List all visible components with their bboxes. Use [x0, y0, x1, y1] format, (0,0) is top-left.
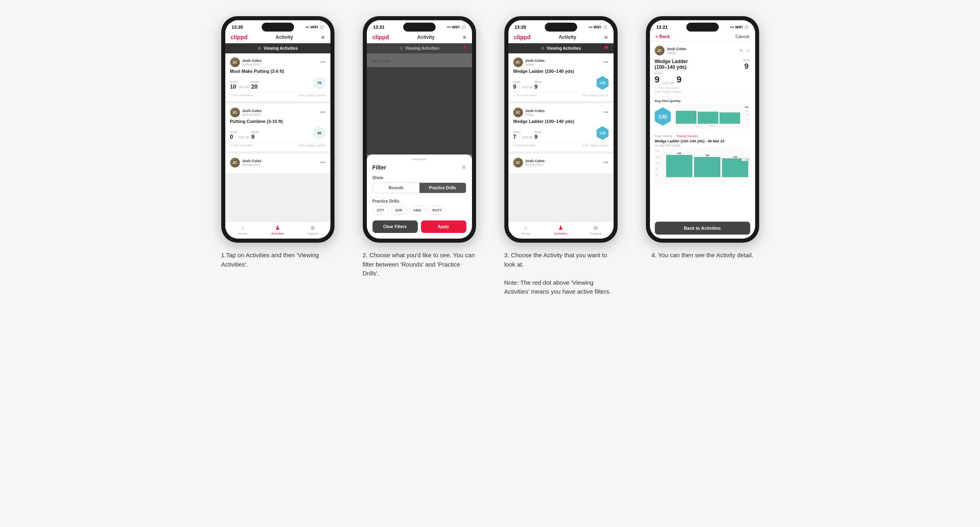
filter-dimmed-top: ⚙ Viewing Activities Josh Coles	[367, 43, 472, 155]
shots-val-1-1: 20	[251, 83, 258, 90]
card-user-info: JC Josh Coles 28 Feb 2023	[230, 57, 262, 67]
wifi-icon-3: WiFi	[594, 25, 601, 29]
avg-sq-hexagon: 130	[655, 107, 671, 126]
card-name-1-3: Josh Coles	[242, 159, 262, 163]
card-name-3-3: Josh Coles	[525, 159, 545, 163]
close-filter-button[interactable]: ✕	[461, 164, 466, 171]
footer-right-3-2: Data: Clippd Capture	[582, 144, 608, 147]
avatar-4: JC	[655, 46, 665, 55]
wifi-icon-4: WiFi	[735, 25, 743, 29]
score-label-3-2: Score	[513, 131, 521, 133]
nav-title-1: Activity	[275, 34, 293, 40]
activity-card-1-2[interactable]: JC Josh Coles 28 Feb 2023 ••• Putting Co…	[225, 104, 330, 151]
nav-activities-3[interactable]: ♟ Activities	[543, 224, 578, 235]
battery-icon-3: ⬜	[603, 25, 607, 29]
chip-putt[interactable]: PUTT	[428, 206, 447, 215]
filter-tabs: Rounds Practice Drills	[373, 182, 466, 193]
nav-home-1[interactable]: ⌂ Home	[225, 224, 260, 235]
nav-activities-1[interactable]: ♟ Activities	[260, 224, 295, 235]
more-icon-3-3[interactable]: •••	[603, 160, 609, 165]
expand-icon[interactable]: ⤢	[746, 48, 750, 53]
drill-chips: OTT APP ARG PUTT	[373, 206, 466, 215]
activities-icon-1: ♟	[275, 224, 280, 231]
detail-score-label: Score	[655, 72, 682, 74]
cancel-button[interactable]: Cancel	[735, 34, 749, 39]
more-icon-3-1[interactable]: •••	[603, 59, 609, 65]
avatar-1-1: JC	[230, 57, 240, 67]
capture-label-3: Capture	[590, 232, 601, 235]
clear-filters-button[interactable]: Clear Filters	[373, 220, 418, 233]
more-icon-1-3[interactable]: •••	[320, 160, 326, 165]
viewing-banner-3[interactable]: ⚙ Viewing Activities	[508, 43, 614, 53]
banner-text-3: Viewing Activities	[547, 46, 581, 51]
filter-title: Filter	[373, 164, 386, 171]
stats-row-1-1: Score 10 OUT OF Shots 20 75	[230, 76, 326, 90]
y-120: 120	[656, 156, 660, 159]
chip-arg[interactable]: ARG	[409, 206, 426, 215]
more-icon-3-2[interactable]: •••	[603, 110, 609, 115]
y-80: 80	[656, 168, 660, 170]
viewing-banner-1[interactable]: ⚙ Viewing Activities	[225, 43, 330, 53]
detail-test-info: Test Information	[659, 87, 679, 90]
session-chart: 140 120 100 80 60 132	[655, 148, 750, 185]
nav-capture-1[interactable]: ⊕ Capture	[295, 224, 330, 235]
nav-capture-3[interactable]: ⊕ Capture	[578, 224, 614, 235]
back-button[interactable]: < Back	[656, 34, 670, 39]
nav-title-2: Activity	[417, 34, 434, 40]
more-icon-1-1[interactable]: •••	[320, 59, 326, 65]
detail-user-row: JC Josh Coles Today ✎ ⤢	[655, 46, 750, 55]
activity-card-3-1[interactable]: JC Josh Coles Today ••• Wedge Ladder (10…	[508, 53, 614, 101]
nav-home-3[interactable]: ⌂ Home	[508, 224, 544, 235]
dashed-val: ←124	[742, 159, 749, 161]
activity-card-3-3[interactable]: JC Josh Coles 28 Feb 2023 •••	[508, 154, 614, 173]
player-activity-label: Player Activity → Practice Session	[655, 135, 750, 138]
card-user-info-2: JC Josh Coles 28 Feb 2023	[230, 108, 262, 117]
hamburger-icon-2[interactable]: ≡	[463, 34, 466, 40]
detail-header-row: Wedge Ladder(100–140 yds) Score 9 OUT OF…	[655, 59, 750, 93]
capture-label-1: Capture	[307, 232, 318, 235]
hamburger-icon-1[interactable]: ≡	[321, 34, 324, 40]
app-navbar-1: clippd Activity ≡	[225, 32, 330, 43]
back-to-activities-button[interactable]: Back to Activities	[655, 222, 750, 235]
card-date-3-1: Today	[525, 63, 545, 66]
bar-val-2: 129	[705, 154, 709, 157]
practice-drills-label: Practice Drills	[373, 199, 466, 203]
shots-label-1-1: Shots	[251, 80, 258, 83]
status-icons-2: ▪▪▪ WiFi ⬜	[447, 25, 466, 29]
rounds-tab[interactable]: Rounds	[373, 183, 419, 193]
y-100: 100	[656, 162, 660, 165]
practice-drills-tab[interactable]: Practice Drills	[419, 183, 466, 193]
avg-shot-quality-section: Avg Shot Quality 130 130 100 50 0	[655, 96, 750, 129]
red-dot-2	[463, 46, 466, 49]
hamburger-icon-3[interactable]: ≡	[604, 34, 607, 40]
activity-card-1-1[interactable]: JC Josh Coles 28 Feb 2023 ••• Must Make …	[225, 53, 330, 101]
apply-button[interactable]: Apply	[421, 220, 466, 233]
activity-card-3-2[interactable]: JC Josh Coles Today ••• Wedge Ladder (10…	[508, 104, 614, 151]
score-val-1-1: 10	[230, 83, 237, 90]
bar-3	[720, 112, 740, 124]
app-navbar-2: clippd Activity ≡	[367, 32, 472, 43]
avg-sq-title: Avg Shot Quality	[655, 99, 750, 103]
card-footer-3-2: ⊙ Test Information Data: Clippd Capture	[513, 142, 609, 147]
more-icon-1-2[interactable]: •••	[320, 110, 326, 115]
chip-ott[interactable]: OTT	[373, 206, 389, 215]
status-icons-3: ▪▪▪ WiFi ⬜	[588, 25, 607, 29]
app-logo-3: clippd	[514, 34, 531, 40]
activity-card-1-3[interactable]: JC Josh Coles 28 Feb 2023 •••	[225, 154, 330, 173]
card-date-1-1: 28 Feb 2023	[242, 63, 262, 66]
nav-title-3: Activity	[559, 34, 576, 40]
stats-row-1-2: Score 0 OUT OF Shots 9 45	[230, 126, 326, 140]
card-date-1-2: 28 Feb 2023	[242, 113, 262, 116]
phone-notch-4	[686, 23, 719, 32]
avatar-3-2: JC	[513, 108, 523, 117]
footer-right-1-2: Data: Clippd Capture	[299, 144, 325, 147]
out-of-3-1: OUT OF	[522, 86, 533, 89]
caption-3: 3. Choose the Activity that you want to …	[504, 251, 618, 296]
chip-app[interactable]: APP	[391, 206, 407, 215]
status-icons-1: ▪▪▪ WiFi ⬜	[305, 25, 324, 29]
capture-icon-3: ⊕	[593, 224, 598, 231]
score-label-1-1: Score	[230, 80, 237, 83]
edit-icon[interactable]: ✎	[739, 48, 743, 53]
card-name-1-1: Josh Coles	[242, 59, 262, 63]
footer-left-3-1: ⊙ Test Information	[513, 94, 537, 97]
